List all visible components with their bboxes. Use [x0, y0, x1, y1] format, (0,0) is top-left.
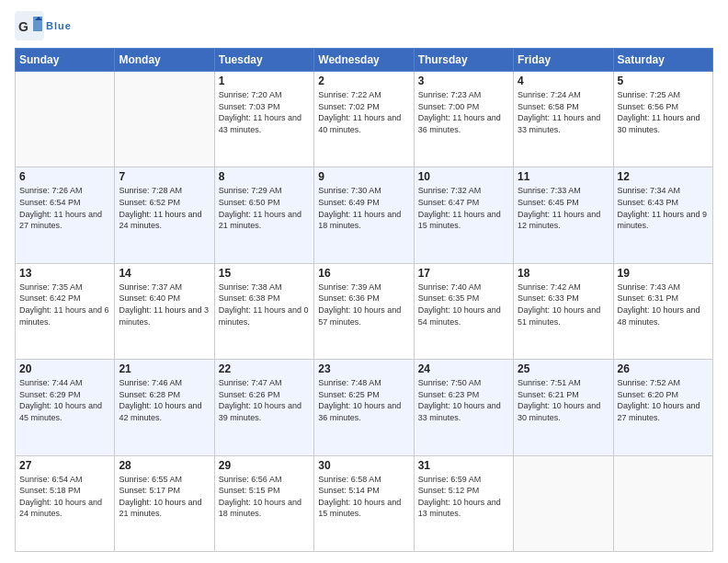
day-info: Sunrise: 7:28 AM Sunset: 6:52 PM Dayligh…: [119, 185, 210, 231]
day-info: Sunrise: 7:29 AM Sunset: 6:50 PM Dayligh…: [219, 185, 310, 231]
day-number: 4: [518, 75, 609, 87]
day-number: 30: [318, 459, 409, 472]
day-info: Sunrise: 7:46 AM Sunset: 6:28 PM Dayligh…: [119, 377, 210, 423]
day-info: Sunrise: 7:23 AM Sunset: 7:00 PM Dayligh…: [418, 89, 509, 135]
calendar-cell: 25Sunrise: 7:51 AM Sunset: 6:21 PM Dayli…: [514, 360, 613, 455]
day-number: 6: [19, 170, 110, 183]
day-info: Sunrise: 7:50 AM Sunset: 6:23 PM Dayligh…: [418, 377, 509, 423]
day-info: Sunrise: 7:35 AM Sunset: 6:42 PM Dayligh…: [19, 282, 110, 327]
calendar-week-2: 6Sunrise: 7:26 AM Sunset: 6:54 PM Daylig…: [16, 167, 713, 263]
day-info: Sunrise: 7:30 AM Sunset: 6:49 PM Dayligh…: [318, 185, 409, 231]
calendar-cell: 13Sunrise: 7:35 AM Sunset: 6:42 PM Dayli…: [16, 263, 115, 359]
day-number: 26: [618, 362, 709, 375]
calendar-cell: 2Sunrise: 7:22 AM Sunset: 7:02 PM Daylig…: [314, 72, 414, 167]
day-number: 25: [518, 362, 609, 375]
day-info: Sunrise: 7:25 AM Sunset: 6:56 PM Dayligh…: [618, 89, 709, 135]
calendar-cell: 11Sunrise: 7:33 AM Sunset: 6:45 PM Dayli…: [514, 167, 613, 263]
calendar-cell: 16Sunrise: 7:39 AM Sunset: 6:36 PM Dayli…: [314, 263, 414, 359]
day-info: Sunrise: 6:55 AM Sunset: 5:17 PM Dayligh…: [119, 474, 210, 520]
day-number: 8: [219, 170, 310, 183]
day-number: 7: [119, 170, 210, 183]
calendar-cell: 22Sunrise: 7:47 AM Sunset: 6:26 PM Dayli…: [214, 360, 313, 455]
day-number: 29: [219, 459, 310, 472]
calendar-cell: 28Sunrise: 6:55 AM Sunset: 5:17 PM Dayli…: [115, 455, 214, 551]
calendar-cell: [16, 72, 115, 167]
day-info: Sunrise: 6:54 AM Sunset: 5:18 PM Dayligh…: [19, 474, 110, 520]
calendar-cell: 19Sunrise: 7:43 AM Sunset: 6:31 PM Dayli…: [613, 263, 712, 359]
logo: G Blue: [15, 11, 72, 40]
day-number: 15: [219, 267, 310, 280]
day-number: 17: [418, 267, 509, 280]
day-info: Sunrise: 7:37 AM Sunset: 6:40 PM Dayligh…: [119, 282, 210, 327]
calendar-cell: 7Sunrise: 7:28 AM Sunset: 6:52 PM Daylig…: [115, 167, 214, 263]
calendar-cell: 31Sunrise: 6:59 AM Sunset: 5:12 PM Dayli…: [414, 455, 513, 551]
logo-tagline: Blue: [46, 20, 72, 31]
day-info: Sunrise: 7:42 AM Sunset: 6:33 PM Dayligh…: [518, 282, 609, 327]
calendar-cell: 17Sunrise: 7:40 AM Sunset: 6:35 PM Dayli…: [414, 263, 513, 359]
day-info: Sunrise: 7:38 AM Sunset: 6:38 PM Dayligh…: [219, 282, 310, 327]
weekday-sunday: Sunday: [16, 49, 115, 72]
calendar-week-5: 27Sunrise: 6:54 AM Sunset: 5:18 PM Dayli…: [16, 455, 713, 551]
day-info: Sunrise: 7:39 AM Sunset: 6:36 PM Dayligh…: [318, 282, 409, 327]
day-info: Sunrise: 7:44 AM Sunset: 6:29 PM Dayligh…: [19, 377, 110, 423]
day-info: Sunrise: 6:56 AM Sunset: 5:15 PM Dayligh…: [219, 474, 310, 520]
day-number: 1: [219, 75, 310, 87]
calendar-table: SundayMondayTuesdayWednesdayThursdayFrid…: [15, 48, 713, 552]
day-number: 13: [19, 267, 110, 280]
calendar-cell: [514, 455, 613, 551]
calendar-cell: 27Sunrise: 6:54 AM Sunset: 5:18 PM Dayli…: [16, 455, 115, 551]
day-number: 31: [418, 459, 509, 472]
calendar-page: G Blue SundayMondayTuesdayWednesdayThurs…: [0, 0, 728, 563]
day-number: 11: [518, 170, 609, 183]
day-info: Sunrise: 7:34 AM Sunset: 6:43 PM Dayligh…: [618, 185, 709, 231]
day-info: Sunrise: 7:33 AM Sunset: 6:45 PM Dayligh…: [518, 185, 609, 231]
weekday-header-row: SundayMondayTuesdayWednesdayThursdayFrid…: [16, 49, 713, 72]
calendar-cell: 8Sunrise: 7:29 AM Sunset: 6:50 PM Daylig…: [214, 167, 313, 263]
calendar-cell: 14Sunrise: 7:37 AM Sunset: 6:40 PM Dayli…: [115, 263, 214, 359]
calendar-cell: 15Sunrise: 7:38 AM Sunset: 6:38 PM Dayli…: [214, 263, 313, 359]
day-number: 27: [19, 459, 110, 472]
day-number: 18: [518, 267, 609, 280]
day-info: Sunrise: 7:22 AM Sunset: 7:02 PM Dayligh…: [318, 89, 409, 135]
calendar-cell: 5Sunrise: 7:25 AM Sunset: 6:56 PM Daylig…: [613, 72, 712, 167]
day-number: 22: [219, 362, 310, 375]
weekday-friday: Friday: [514, 49, 613, 72]
day-number: 3: [418, 75, 509, 87]
calendar-cell: 18Sunrise: 7:42 AM Sunset: 6:33 PM Dayli…: [514, 263, 613, 359]
calendar-cell: 10Sunrise: 7:32 AM Sunset: 6:47 PM Dayli…: [414, 167, 513, 263]
svg-text:G: G: [18, 19, 28, 34]
calendar-cell: [115, 72, 214, 167]
day-info: Sunrise: 7:32 AM Sunset: 6:47 PM Dayligh…: [418, 185, 509, 231]
day-info: Sunrise: 7:26 AM Sunset: 6:54 PM Dayligh…: [19, 185, 110, 231]
calendar-cell: 12Sunrise: 7:34 AM Sunset: 6:43 PM Dayli…: [613, 167, 712, 263]
day-number: 9: [318, 170, 409, 183]
weekday-wednesday: Wednesday: [314, 49, 414, 72]
calendar-week-4: 20Sunrise: 7:44 AM Sunset: 6:29 PM Dayli…: [16, 360, 713, 455]
calendar-cell: 9Sunrise: 7:30 AM Sunset: 6:49 PM Daylig…: [314, 167, 414, 263]
day-number: 16: [318, 267, 409, 280]
day-info: Sunrise: 7:20 AM Sunset: 7:03 PM Dayligh…: [219, 89, 310, 135]
day-number: 24: [418, 362, 509, 375]
day-number: 19: [618, 267, 709, 280]
day-info: Sunrise: 7:43 AM Sunset: 6:31 PM Dayligh…: [618, 282, 709, 327]
day-info: Sunrise: 7:48 AM Sunset: 6:25 PM Dayligh…: [318, 377, 409, 423]
calendar-cell: 6Sunrise: 7:26 AM Sunset: 6:54 PM Daylig…: [16, 167, 115, 263]
calendar-cell: 29Sunrise: 6:56 AM Sunset: 5:15 PM Dayli…: [214, 455, 313, 551]
calendar-cell: 3Sunrise: 7:23 AM Sunset: 7:00 PM Daylig…: [414, 72, 513, 167]
calendar-cell: 23Sunrise: 7:48 AM Sunset: 6:25 PM Dayli…: [314, 360, 414, 455]
calendar-cell: 21Sunrise: 7:46 AM Sunset: 6:28 PM Dayli…: [115, 360, 214, 455]
day-info: Sunrise: 7:52 AM Sunset: 6:20 PM Dayligh…: [618, 377, 709, 423]
calendar-cell: 24Sunrise: 7:50 AM Sunset: 6:23 PM Dayli…: [414, 360, 513, 455]
calendar-cell: 1Sunrise: 7:20 AM Sunset: 7:03 PM Daylig…: [214, 72, 313, 167]
calendar-cell: 4Sunrise: 7:24 AM Sunset: 6:58 PM Daylig…: [514, 72, 613, 167]
weekday-saturday: Saturday: [613, 49, 712, 72]
day-number: 14: [119, 267, 210, 280]
day-info: Sunrise: 7:51 AM Sunset: 6:21 PM Dayligh…: [518, 377, 609, 423]
weekday-monday: Monday: [115, 49, 214, 72]
day-info: Sunrise: 6:59 AM Sunset: 5:12 PM Dayligh…: [418, 474, 509, 520]
day-info: Sunrise: 7:24 AM Sunset: 6:58 PM Dayligh…: [518, 89, 609, 135]
day-info: Sunrise: 7:40 AM Sunset: 6:35 PM Dayligh…: [418, 282, 509, 327]
day-number: 23: [318, 362, 409, 375]
header: G Blue: [15, 11, 713, 40]
calendar-cell: 20Sunrise: 7:44 AM Sunset: 6:29 PM Dayli…: [16, 360, 115, 455]
